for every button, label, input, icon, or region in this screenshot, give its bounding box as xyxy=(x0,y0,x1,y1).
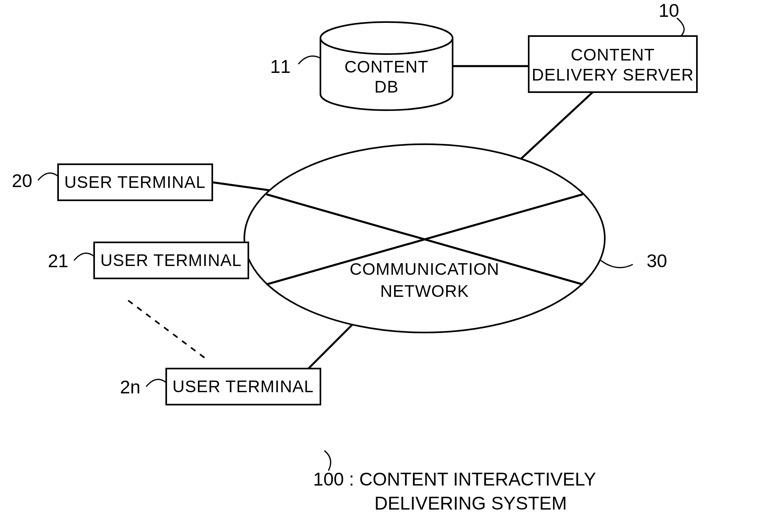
caption-text: 100 : CONTENT INTERACTIVELY xyxy=(313,469,596,490)
caption-sep: : xyxy=(349,469,354,490)
lead-db xyxy=(298,56,320,64)
system-diagram: COMMUNICATION NETWORK 30 CONTENT DB 11 C… xyxy=(0,0,759,532)
lead-term0 xyxy=(38,173,58,180)
caption-line2: DELIVERING SYSTEM xyxy=(374,493,567,514)
lead-network xyxy=(601,260,633,268)
network-node: COMMUNICATION NETWORK xyxy=(244,144,605,332)
network-label-2: NETWORK xyxy=(380,282,469,300)
ref-server: 10 xyxy=(658,0,679,21)
ref-term0: 20 xyxy=(12,170,32,191)
caption-line1: CONTENT INTERACTIVELY xyxy=(359,469,596,490)
network-label-1: COMMUNICATION xyxy=(350,260,499,278)
server-node: CONTENT DELIVERY SERVER xyxy=(529,36,697,92)
ref-termN: 2n xyxy=(120,377,140,397)
terminal-1-node: USER TERMINAL xyxy=(94,242,248,278)
lead-caption xyxy=(324,451,331,471)
server-label-1: CONTENT xyxy=(571,45,655,64)
db-label-1: CONTENT xyxy=(344,57,429,76)
lead-termN xyxy=(146,379,166,387)
caption-ref: 100 xyxy=(313,469,344,490)
terminal-n-label: USER TERMINAL xyxy=(173,377,314,396)
ref-network: 30 xyxy=(646,250,667,271)
db-label-2: DB xyxy=(374,77,399,96)
terminal-0-label: USER TERMINAL xyxy=(64,173,206,191)
svg-point-3 xyxy=(320,22,453,54)
ref-term1: 21 xyxy=(48,250,68,271)
db-node: CONTENT DB xyxy=(320,22,453,110)
terminal-n-node: USER TERMINAL xyxy=(166,369,320,405)
ref-db: 11 xyxy=(270,56,290,77)
terminal-0-node: USER TERMINAL xyxy=(58,164,212,200)
terminal-1-label: USER TERMINAL xyxy=(101,251,242,270)
server-label-2: DELIVERY SERVER xyxy=(532,65,694,84)
terminal-ellipsis xyxy=(128,300,208,361)
lead-term1 xyxy=(74,253,94,260)
